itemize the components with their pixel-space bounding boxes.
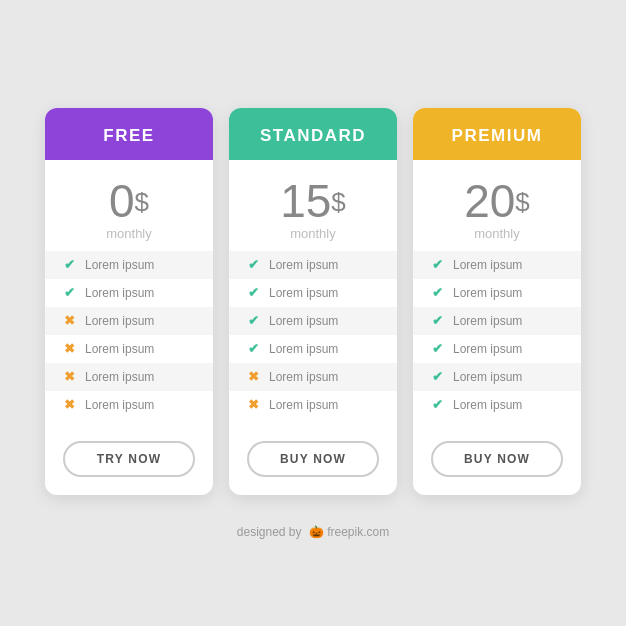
cross-icon: ✖ [61,397,77,413]
feature-row: ✔Lorem ipsum [413,363,581,391]
feature-row: ✖Lorem ipsum [45,307,213,335]
feature-label: Lorem ipsum [269,370,338,384]
plan-header-standard: STANDARD [229,108,397,160]
plan-features-premium: ✔Lorem ipsum✔Lorem ipsum✔Lorem ipsum✔Lor… [413,251,581,427]
price-period: monthly [464,226,530,241]
feature-label: Lorem ipsum [453,370,522,384]
feature-row: ✔Lorem ipsum [229,251,397,279]
feature-row: ✔Lorem ipsum [229,279,397,307]
plan-btn-wrap-free: TRY NOW [45,427,213,495]
plan-card-free: FREE 0$ monthly ✔Lorem ipsum✔Lorem ipsum… [45,108,213,495]
cross-icon: ✖ [245,369,261,385]
plan-btn-premium[interactable]: BUY NOW [431,441,563,477]
feature-label: Lorem ipsum [269,286,338,300]
feature-label: Lorem ipsum [269,314,338,328]
plan-price-free: 0$ monthly [106,160,152,251]
footer-label: designed by [237,525,302,539]
cross-icon: ✖ [61,313,77,329]
price-period: monthly [280,226,346,241]
feature-row: ✔Lorem ipsum [229,307,397,335]
plan-btn-wrap-premium: BUY NOW [413,427,581,495]
check-icon: ✔ [245,341,261,357]
plan-header-premium: PREMIUM [413,108,581,160]
cross-icon: ✖ [245,397,261,413]
check-icon: ✔ [245,285,261,301]
check-icon: ✔ [429,369,445,385]
feature-label: Lorem ipsum [269,398,338,412]
check-icon: ✔ [429,313,445,329]
feature-row: ✖Lorem ipsum [45,363,213,391]
check-icon: ✔ [429,341,445,357]
plan-btn-free[interactable]: TRY NOW [63,441,195,477]
feature-row: ✖Lorem ipsum [45,391,213,419]
price-currency: $ [135,186,149,216]
feature-label: Lorem ipsum [85,314,154,328]
check-icon: ✔ [61,285,77,301]
feature-row: ✔Lorem ipsum [413,251,581,279]
feature-row: ✖Lorem ipsum [45,335,213,363]
feature-row: ✔Lorem ipsum [413,335,581,363]
plan-btn-standard[interactable]: BUY NOW [247,441,379,477]
feature-row: ✔Lorem ipsum [229,335,397,363]
feature-label: Lorem ipsum [453,398,522,412]
pricing-container: FREE 0$ monthly ✔Lorem ipsum✔Lorem ipsum… [25,88,601,515]
price-period: monthly [106,226,152,241]
plan-btn-wrap-standard: BUY NOW [229,427,397,495]
feature-label: Lorem ipsum [453,342,522,356]
footer-credit: designed by 🎃 freepik.com [235,525,391,539]
check-icon: ✔ [245,257,261,273]
feature-row: ✖Lorem ipsum [229,391,397,419]
cross-icon: ✖ [61,341,77,357]
feature-label: Lorem ipsum [269,258,338,272]
feature-label: Lorem ipsum [269,342,338,356]
price-currency: $ [331,186,345,216]
cross-icon: ✖ [61,369,77,385]
plan-features-free: ✔Lorem ipsum✔Lorem ipsum✖Lorem ipsum✖Lor… [45,251,213,427]
plan-price-premium: 20$ monthly [464,160,530,251]
price-amount: 20 [464,175,515,227]
check-icon: ✔ [429,257,445,273]
feature-label: Lorem ipsum [85,398,154,412]
feature-row: ✔Lorem ipsum [413,307,581,335]
feature-row: ✖Lorem ipsum [229,363,397,391]
feature-label: Lorem ipsum [453,258,522,272]
price-amount: 15 [280,175,331,227]
feature-label: Lorem ipsum [453,286,522,300]
check-icon: ✔ [61,257,77,273]
plan-card-standard: STANDARD 15$ monthly ✔Lorem ipsum✔Lorem … [229,108,397,495]
feature-row: ✔Lorem ipsum [45,251,213,279]
feature-label: Lorem ipsum [85,342,154,356]
footer-brand: 🎃 freepik.com [309,525,389,539]
feature-label: Lorem ipsum [85,286,154,300]
check-icon: ✔ [429,397,445,413]
feature-label: Lorem ipsum [85,370,154,384]
feature-row: ✔Lorem ipsum [413,279,581,307]
check-icon: ✔ [429,285,445,301]
feature-label: Lorem ipsum [453,314,522,328]
plan-card-premium: PREMIUM 20$ monthly ✔Lorem ipsum✔Lorem i… [413,108,581,495]
feature-row: ✔Lorem ipsum [413,391,581,419]
feature-label: Lorem ipsum [85,258,154,272]
plan-header-free: FREE [45,108,213,160]
check-icon: ✔ [245,313,261,329]
price-amount: 0 [109,175,135,227]
price-currency: $ [515,186,529,216]
plan-price-standard: 15$ monthly [280,160,346,251]
feature-row: ✔Lorem ipsum [45,279,213,307]
plan-features-standard: ✔Lorem ipsum✔Lorem ipsum✔Lorem ipsum✔Lor… [229,251,397,427]
